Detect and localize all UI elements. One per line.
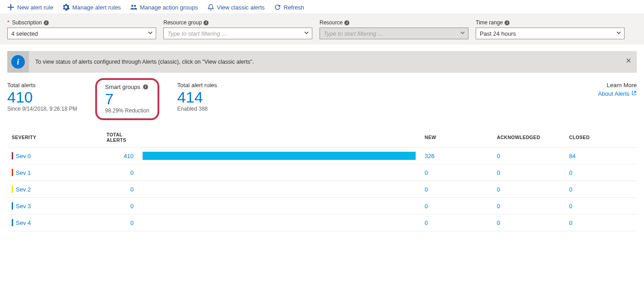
severity-cell: Sev 4 xyxy=(12,219,97,226)
table-row[interactable]: Sev 30000 xyxy=(7,198,637,215)
severity-color-bar xyxy=(12,152,13,159)
severity-link[interactable]: Sev 3 xyxy=(16,203,31,210)
th-ack[interactable]: Acknowledged xyxy=(492,127,565,148)
th-total[interactable]: Total Alerts xyxy=(102,127,138,148)
severity-color-bar xyxy=(12,202,13,210)
chevron-down-icon xyxy=(304,30,309,37)
chevron-down-icon xyxy=(616,30,621,37)
new-cell[interactable]: 0 xyxy=(420,215,492,231)
new-cell[interactable]: 0 xyxy=(420,198,492,215)
learn-more-links: Learn More About Alerts xyxy=(598,82,637,97)
info-icon: i xyxy=(505,20,510,25)
close-icon[interactable]: ✕ xyxy=(625,56,631,65)
chevron-down-icon xyxy=(148,30,153,37)
total-cell[interactable]: 0 xyxy=(102,215,138,231)
th-severity[interactable]: Severity xyxy=(7,127,102,148)
severity-link[interactable]: Sev 1 xyxy=(16,169,31,176)
manage-action-groups-button[interactable]: Manage action groups xyxy=(130,4,198,11)
resource-group-label: Resource group i xyxy=(163,19,312,26)
total-cell[interactable]: 0 xyxy=(102,164,138,181)
total-alerts-sub: Since 9/14/2018, 9:26:18 PM xyxy=(7,106,77,112)
smart-groups-card[interactable]: Smart groups i 7 98.29% Reduction xyxy=(105,84,149,114)
subscription-dropdown[interactable]: 4 selected xyxy=(7,28,156,39)
closed-cell[interactable]: 0 xyxy=(565,181,637,198)
info-icon: i xyxy=(7,51,29,73)
severity-link[interactable]: Sev 0 xyxy=(16,153,31,159)
total-rules-card[interactable]: Total alert rules 414 Enabled 388 xyxy=(177,82,217,112)
ack-cell[interactable]: 0 xyxy=(492,198,565,215)
toolbar: New alert rule Manage alert rules Manage… xyxy=(0,0,644,14)
info-icon: i xyxy=(44,20,49,25)
total-alerts-value: 410 xyxy=(7,89,77,105)
banner-text: To view status of alerts configured thro… xyxy=(29,59,260,65)
time-range-dropdown[interactable]: Past 24 hours xyxy=(476,28,625,39)
learn-more-label: Learn More xyxy=(598,82,637,89)
external-link-icon xyxy=(631,90,637,97)
info-icon: i xyxy=(143,84,148,89)
severity-cell: Sev 1 xyxy=(12,169,97,176)
info-banner: i To view status of alerts configured th… xyxy=(7,51,637,73)
resource-group-dropdown[interactable]: Type to start filtering ... xyxy=(163,28,312,39)
bell-icon xyxy=(207,4,214,11)
new-cell[interactable]: 326 xyxy=(420,148,492,164)
closed-cell[interactable]: 0 xyxy=(565,164,637,181)
total-rules-sub: Enabled 388 xyxy=(177,106,217,112)
filters-bar: *Subscription i 4 selected Resource grou… xyxy=(0,14,644,45)
new-alert-rule-label: New alert rule xyxy=(17,4,53,11)
smart-groups-value: 7 xyxy=(105,91,149,107)
total-cell[interactable]: 0 xyxy=(102,198,138,215)
svg-rect-1 xyxy=(8,7,14,8)
view-classic-alerts-button[interactable]: View classic alerts xyxy=(207,4,265,11)
severity-color-bar xyxy=(12,186,13,193)
new-cell[interactable]: 0 xyxy=(420,164,492,181)
view-classic-alerts-label: View classic alerts xyxy=(217,4,265,11)
new-cell[interactable]: 0 xyxy=(420,181,492,198)
info-icon: i xyxy=(344,20,349,25)
chevron-down-icon xyxy=(460,30,465,37)
total-rules-value: 414 xyxy=(177,89,217,105)
manage-alert-rules-label: Manage alert rules xyxy=(72,4,121,11)
svg-point-3 xyxy=(134,5,136,7)
subscription-label: *Subscription i xyxy=(7,19,156,26)
ack-cell[interactable]: 0 xyxy=(492,164,565,181)
ack-cell[interactable]: 0 xyxy=(492,215,565,231)
resource-dropdown[interactable]: Type to start filtering ... xyxy=(320,28,468,39)
refresh-button[interactable]: Refresh xyxy=(274,4,305,11)
total-cell[interactable]: 0 xyxy=(102,181,138,198)
smart-groups-title: Smart groups i xyxy=(105,84,149,90)
severity-link[interactable]: Sev 4 xyxy=(16,219,31,226)
severity-cell: Sev 3 xyxy=(12,202,97,210)
table-row[interactable]: Sev 20000 xyxy=(7,181,637,198)
info-icon: i xyxy=(204,20,208,25)
ack-cell[interactable]: 0 xyxy=(492,181,565,198)
severity-cell: Sev 0 xyxy=(12,152,97,159)
plus-icon xyxy=(7,4,14,11)
total-cell[interactable]: 410 xyxy=(102,148,138,164)
new-alert-rule-button[interactable]: New alert rule xyxy=(7,4,53,11)
people-icon xyxy=(130,4,137,11)
closed-cell[interactable]: 0 xyxy=(565,198,637,215)
table-row[interactable]: Sev 0410326084 xyxy=(7,148,637,164)
smart-groups-highlight: Smart groups i 7 98.29% Reduction xyxy=(95,78,159,120)
closed-cell[interactable]: 84 xyxy=(565,148,637,164)
th-new[interactable]: New xyxy=(420,127,492,148)
table-row[interactable]: Sev 10000 xyxy=(7,164,637,181)
about-alerts-link[interactable]: About Alerts xyxy=(598,90,637,97)
refresh-icon xyxy=(274,4,281,11)
gear-icon xyxy=(62,4,69,11)
total-alerts-title: Total alerts xyxy=(7,82,77,89)
manage-action-groups-label: Manage action groups xyxy=(140,4,198,11)
summary-row: Total alerts 410 Since 9/14/2018, 9:26:1… xyxy=(0,77,644,127)
total-alerts-card[interactable]: Total alerts 410 Since 9/14/2018, 9:26:1… xyxy=(7,82,77,112)
severity-table: Severity Total Alerts New Acknowledged C… xyxy=(7,127,637,231)
ack-cell[interactable]: 0 xyxy=(492,148,565,164)
time-range-label: Time range i xyxy=(476,19,625,26)
total-bar xyxy=(143,152,416,160)
severity-link[interactable]: Sev 2 xyxy=(16,186,31,193)
refresh-label: Refresh xyxy=(284,4,305,11)
severity-cell: Sev 2 xyxy=(12,186,97,193)
closed-cell[interactable]: 0 xyxy=(565,215,637,231)
manage-alert-rules-button[interactable]: Manage alert rules xyxy=(62,4,121,11)
table-row[interactable]: Sev 40000 xyxy=(7,215,637,231)
th-closed[interactable]: Closed xyxy=(565,127,637,148)
